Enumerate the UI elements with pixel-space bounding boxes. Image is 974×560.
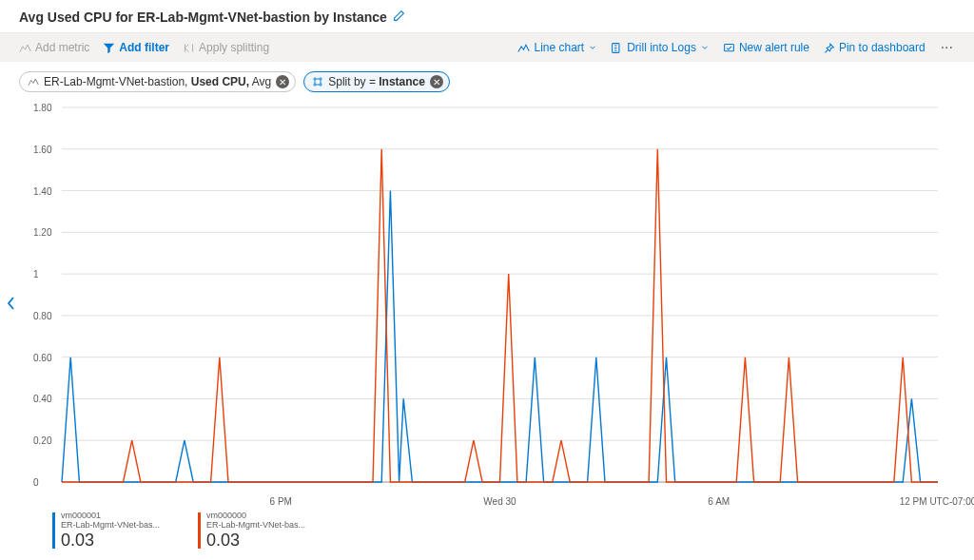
svg-point-3 [320,78,321,80]
legend-item-vm000001[interactable]: vm000001 ER-Lab-Mgmt-VNet-bas... 0.03 [52,511,160,550]
y-tick-label: 1.80 [33,103,51,113]
toolbar: Add metric Add filter Apply splitting Li… [0,33,974,62]
legend-series-sub: ER-Lab-Mgmt-VNet-bas... [61,520,160,530]
line-chart [33,102,942,492]
chart-type-dropdown[interactable]: Line chart [517,41,597,54]
page-title: Avg Used CPU for ER-Lab-Mgmt-VNet-bastio… [19,10,387,25]
svg-point-2 [314,78,316,80]
split-icon [312,76,323,87]
pin-dashboard-label: Pin to dashboard [839,41,925,54]
chart-area: 00.200.400.600.8011.201.401.601.806 PMWe… [33,102,955,492]
legend-color-swatch [198,512,201,549]
x-tick-label: 6 PM [270,496,292,507]
drill-logs-label: Drill into Logs [627,41,696,54]
add-filter-label: Add filter [119,41,169,54]
x-tick-label: Wed 30 [483,496,516,507]
apply-splitting-label: Apply splitting [199,41,269,54]
metric-icon [28,76,39,87]
split-pill[interactable]: Split by = Instance ✕ [303,71,450,92]
add-filter-button[interactable]: Add filter [103,41,169,54]
chevron-down-icon [700,43,710,52]
remove-metric-icon[interactable]: ✕ [276,75,289,88]
y-tick-label: 0 [33,477,39,488]
remove-split-icon[interactable]: ✕ [430,75,443,88]
y-tick-label: 0.40 [33,394,51,404]
drill-logs-dropdown[interactable]: Drill into Logs [611,41,710,54]
add-metric-button[interactable]: Add metric [19,41,89,54]
chevron-down-icon [588,43,597,52]
legend-series-value: 0.03 [206,531,305,550]
new-alert-button[interactable]: New alert rule [723,41,809,54]
legend-series-name: vm000000 [206,511,305,520]
legend-series-sub: ER-Lab-Mgmt-VNet-bas... [206,520,305,530]
legend-item-vm000000[interactable]: vm000000 ER-Lab-Mgmt-VNet-bas... 0.03 [198,511,305,550]
y-tick-label: 1.40 [33,185,51,196]
add-metric-label: Add metric [35,41,89,54]
x-tick-label: 6 AM [708,496,730,507]
svg-point-4 [314,84,316,86]
chart-type-label: Line chart [534,41,584,54]
y-tick-label: 0.60 [33,352,51,362]
svg-rect-1 [725,44,734,50]
y-tick-label: 1.60 [33,144,51,154]
metric-pill-text: ER-Lab-Mgmt-VNet-bastion, Used CPU, Avg [44,75,271,88]
metric-pill[interactable]: ER-Lab-Mgmt-VNet-bastion, Used CPU, Avg … [19,71,296,92]
y-tick-label: 0.80 [33,310,51,320]
legend-color-swatch [52,512,55,549]
apply-splitting-button[interactable]: Apply splitting [183,41,269,54]
y-tick-label: 0.20 [33,435,51,446]
legend-series-value: 0.03 [61,531,160,550]
collapse-panel-button[interactable] [6,295,17,315]
more-menu-button[interactable]: ··· [939,39,955,56]
edit-title-icon[interactable] [393,10,405,25]
svg-point-5 [320,84,321,86]
legend-series-name: vm000001 [61,511,160,520]
split-pill-text: Split by = Instance [328,75,425,88]
x-tick-label: 12 PM UTC-07:00 [900,496,974,507]
y-tick-label: 1 [33,269,39,280]
new-alert-label: New alert rule [739,41,809,54]
pin-dashboard-button[interactable]: Pin to dashboard [823,41,925,54]
y-tick-label: 1.20 [33,227,51,238]
